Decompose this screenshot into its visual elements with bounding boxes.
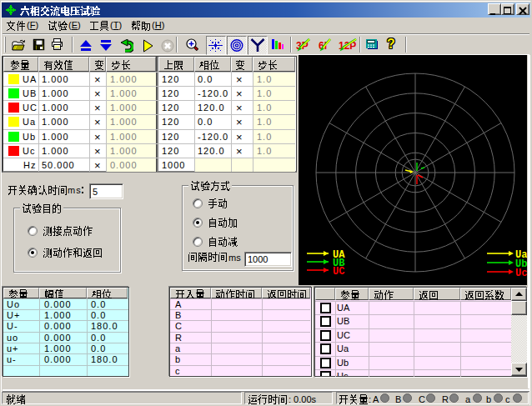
svg-text:Uc: Uc: [515, 268, 527, 279]
svg-text:UC: UC: [333, 266, 344, 278]
